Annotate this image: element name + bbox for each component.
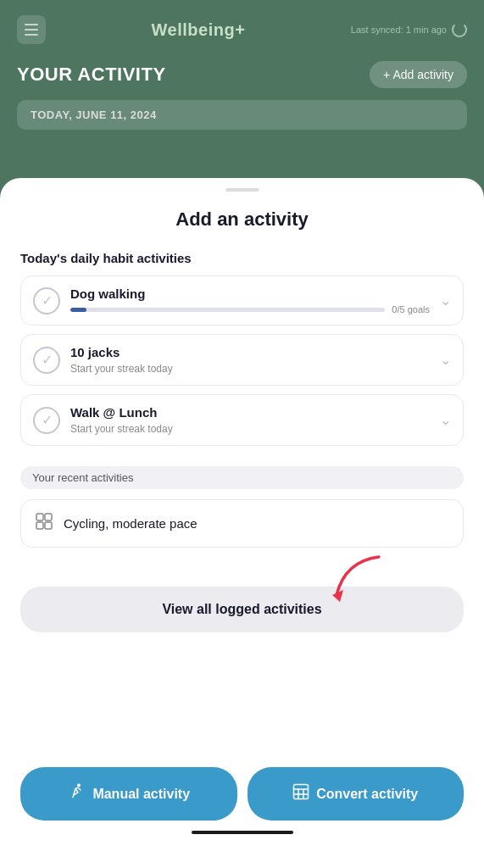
daily-habits-label: Today's daily habit activities bbox=[20, 251, 464, 265]
recent-activity-item[interactable]: Cycling, moderate pace bbox=[20, 499, 464, 548]
add-activity-button[interactable]: + Add activity bbox=[370, 61, 467, 88]
recent-activities-badge: Your recent activities bbox=[20, 466, 464, 489]
sync-info: Last synced: 1 min ago bbox=[351, 22, 467, 37]
svg-rect-0 bbox=[36, 514, 43, 520]
menu-icon[interactable] bbox=[17, 15, 46, 44]
chevron-down-icon-1: ⌄ bbox=[440, 292, 451, 309]
app-background: Wellbeing+ Last synced: 1 min ago YOUR A… bbox=[0, 0, 484, 203]
home-indicator bbox=[192, 831, 293, 834]
check-icon-1: ✓ bbox=[42, 292, 53, 309]
habit-sub-3: Start your streak today bbox=[70, 423, 430, 435]
habit-list: ✓ Dog walking 0/5 goals ⌄ ✓ 10 jacks Sta… bbox=[20, 275, 464, 446]
grid-icon bbox=[35, 512, 53, 535]
habit-item-dog-walking[interactable]: ✓ Dog walking 0/5 goals ⌄ bbox=[20, 275, 464, 326]
svg-point-5 bbox=[77, 784, 81, 787]
progress-text-1: 0/5 goals bbox=[392, 304, 430, 314]
progress-bar-container-1 bbox=[70, 308, 385, 312]
habit-name-3: Walk @ Lunch bbox=[70, 405, 430, 420]
chevron-down-icon-3: ⌄ bbox=[440, 412, 451, 428]
sync-text: Last synced: 1 min ago bbox=[351, 24, 447, 36]
progress-row-1: 0/5 goals bbox=[70, 304, 430, 314]
convert-activity-label: Convert activity bbox=[316, 787, 418, 802]
habit-item-10-jacks[interactable]: ✓ 10 jacks Start your streak today ⌄ bbox=[20, 334, 464, 386]
check-circle-2: ✓ bbox=[33, 347, 60, 374]
sheet-handle bbox=[225, 188, 259, 192]
habit-content-1: Dog walking 0/5 goals bbox=[70, 287, 430, 314]
check-icon-3: ✓ bbox=[42, 412, 53, 428]
check-circle-1: ✓ bbox=[33, 287, 60, 314]
manual-activity-label: Manual activity bbox=[92, 787, 190, 802]
habit-item-walk-lunch[interactable]: ✓ Walk @ Lunch Start your streak today ⌄ bbox=[20, 394, 464, 446]
svg-rect-3 bbox=[45, 522, 52, 529]
arrow-annotation bbox=[20, 561, 464, 595]
sheet-title: Add an activity bbox=[20, 209, 464, 231]
date-badge: TODAY, JUNE 11, 2024 bbox=[17, 100, 467, 130]
red-arrow-icon bbox=[328, 553, 396, 604]
table-icon bbox=[292, 783, 309, 804]
habit-sub-2: Start your streak today bbox=[70, 363, 430, 375]
app-header: Wellbeing+ Last synced: 1 min ago bbox=[17, 0, 467, 53]
habit-content-3: Walk @ Lunch Start your streak today bbox=[70, 405, 430, 435]
your-activity-header: YOUR ACTIVITY + Add activity bbox=[17, 61, 467, 88]
progress-bar-fill-1 bbox=[70, 308, 86, 312]
habit-name-1: Dog walking bbox=[70, 287, 430, 301]
habit-name-2: 10 jacks bbox=[70, 345, 430, 359]
svg-rect-6 bbox=[294, 785, 309, 799]
activity-section: YOUR ACTIVITY + Add activity TODAY, JUNE… bbox=[17, 53, 467, 130]
svg-rect-2 bbox=[36, 522, 43, 529]
svg-rect-1 bbox=[45, 514, 52, 520]
check-icon-2: ✓ bbox=[42, 352, 53, 368]
habit-content-2: 10 jacks Start your streak today bbox=[70, 345, 430, 375]
recent-activity-name: Cycling, moderate pace bbox=[64, 516, 197, 531]
chevron-down-icon-2: ⌄ bbox=[440, 352, 451, 368]
check-circle-3: ✓ bbox=[33, 407, 60, 434]
app-title: Wellbeing+ bbox=[152, 20, 246, 40]
sync-icon bbox=[452, 22, 467, 37]
manual-activity-button[interactable]: Manual activity bbox=[20, 767, 237, 821]
bottom-sheet: Add an activity Today's daily habit acti… bbox=[0, 178, 484, 868]
your-activity-title: YOUR ACTIVITY bbox=[17, 64, 166, 86]
running-icon bbox=[67, 782, 86, 805]
bottom-actions: Manual activity Convert activity bbox=[20, 767, 464, 821]
convert-activity-button[interactable]: Convert activity bbox=[248, 767, 465, 821]
